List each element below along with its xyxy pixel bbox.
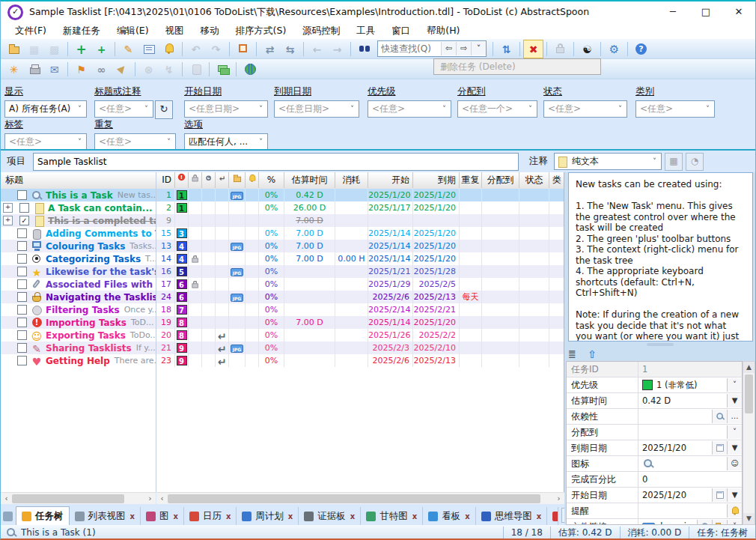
close-tab-icon[interactable]: x bbox=[412, 512, 417, 521]
tab-cut-off[interactable] bbox=[547, 507, 558, 525]
column-header-est[interactable]: 估算时间 bbox=[284, 172, 335, 188]
column-header-clock[interactable] bbox=[201, 172, 215, 188]
set-reminder-button[interactable] bbox=[159, 40, 179, 58]
filter-dropdown[interactable]: A) 所有任务(A)˅ bbox=[4, 100, 87, 118]
menu-item-9[interactable]: 帮助(H) bbox=[418, 22, 468, 39]
scroll-left-icon[interactable]: ‹ bbox=[156, 493, 168, 505]
comments-splitter[interactable] bbox=[647, 343, 674, 346]
flag-button[interactable]: ⚑ bbox=[71, 60, 91, 79]
cleanup-button[interactable] bbox=[112, 60, 132, 79]
close-tab-icon[interactable]: x bbox=[465, 512, 469, 521]
task-checkbox[interactable] bbox=[17, 292, 27, 302]
chevron-down-icon[interactable]: ˅ bbox=[614, 105, 627, 113]
table-row[interactable]: ♥Getting HelpThere are...239↵0%2025/2/62… bbox=[1, 354, 564, 367]
table-row[interactable]: Colouring TasksTasks...134JPG0%7.00 D202… bbox=[1, 240, 564, 252]
scrollbar-thumb[interactable] bbox=[745, 374, 753, 413]
table-row[interactable]: Adding Comments to T...1530%7.00 D2025/1… bbox=[1, 227, 564, 240]
edit-task-button[interactable]: ✎ bbox=[118, 40, 138, 58]
menu-item-1[interactable]: 新建任务 bbox=[55, 22, 109, 39]
chevron-down-icon[interactable]: ˅ bbox=[73, 105, 86, 113]
task-checkbox[interactable] bbox=[17, 228, 27, 238]
task-checkbox[interactable] bbox=[19, 203, 29, 213]
refresh-filter-button[interactable]: ↻ bbox=[155, 100, 173, 119]
quick-find-input[interactable] bbox=[378, 42, 441, 55]
move-task-right-button[interactable]: ⇄ bbox=[260, 40, 280, 58]
new-task-button[interactable]: + bbox=[71, 40, 91, 58]
task-checkbox[interactable] bbox=[17, 356, 27, 365]
move-task-left-button[interactable]: ⇆ bbox=[280, 40, 300, 58]
attribute-value[interactable] bbox=[638, 503, 742, 518]
scroll-up-icon[interactable]: ▲ bbox=[743, 362, 755, 373]
menu-item-3[interactable]: 视图 bbox=[157, 22, 192, 39]
filter-dropdown[interactable]: <任意日期>˅ bbox=[184, 100, 268, 118]
filter-dropdown[interactable]: <任意>˅ bbox=[543, 100, 627, 118]
chevron-down-icon[interactable]: ˅ bbox=[254, 138, 267, 146]
minimize-button[interactable]: ─ bbox=[656, 2, 689, 22]
new-subtask-button[interactable]: + bbox=[91, 40, 112, 58]
sort-button[interactable]: ⇅ bbox=[496, 40, 516, 58]
outline-view-icon[interactable]: ≣ bbox=[568, 348, 580, 360]
table-row[interactable]: ★Likewise for the task's ...165JPG0%2025… bbox=[1, 265, 564, 278]
tab-kanban[interactable]: 看板x bbox=[423, 507, 475, 525]
tab-chart[interactable]: 图x bbox=[141, 507, 184, 525]
attribute-value[interactable]: 1 bbox=[638, 362, 742, 377]
chevron-down-icon[interactable]: ˅ bbox=[524, 105, 537, 113]
reminder-icon[interactable] bbox=[727, 504, 742, 518]
task-checkbox[interactable] bbox=[17, 254, 27, 264]
columns-horizontal-scrollbar[interactable]: ‹ › bbox=[156, 492, 564, 505]
attribute-value[interactable]: JPGdoors.jr˅ bbox=[638, 519, 742, 525]
column-header-cat[interactable]: 类别 bbox=[549, 172, 564, 188]
column-header-status[interactable]: 状态 bbox=[519, 172, 549, 188]
maximize-button[interactable]: □ bbox=[689, 2, 722, 22]
calendar-picker-icon[interactable] bbox=[712, 441, 727, 455]
close-tab-icon[interactable]: x bbox=[173, 512, 177, 521]
task-checkbox[interactable] bbox=[17, 343, 27, 353]
chevron-down-icon[interactable]: ˅ bbox=[471, 42, 486, 55]
attribute-value[interactable]: … bbox=[638, 409, 742, 424]
column-header-start[interactable]: 开始 bbox=[368, 172, 412, 188]
tab-list-view[interactable]: 列表视图x bbox=[70, 507, 141, 525]
column-header-jpgc[interactable] bbox=[228, 172, 245, 188]
find-dependency-icon[interactable] bbox=[712, 410, 727, 423]
combo-dropdown-icon[interactable]: ˅ bbox=[727, 520, 742, 525]
table-row[interactable]: ✎Sharing TasklistsIf y...219↵JPG0%2025/2… bbox=[1, 342, 564, 354]
task-checkbox[interactable] bbox=[17, 305, 27, 315]
tab-evidence-board[interactable]: 证据板x bbox=[299, 507, 361, 525]
column-header-lock[interactable] bbox=[188, 172, 201, 188]
chevron-down-icon[interactable]: ˅ bbox=[254, 105, 267, 113]
web-update-button[interactable] bbox=[240, 60, 260, 79]
menu-item-2[interactable]: 编辑(E) bbox=[109, 22, 157, 39]
help-button[interactable]: ? bbox=[631, 40, 651, 58]
chevron-down-icon[interactable]: ˅ bbox=[438, 105, 451, 113]
icon-picker-icon[interactable]: ☺ bbox=[727, 457, 742, 470]
task-checkbox[interactable] bbox=[17, 267, 27, 276]
table-row[interactable]: Filtering TasksOnce y...1870%2025/2/1420… bbox=[1, 303, 564, 316]
chevron-down-icon[interactable]: ˅ bbox=[140, 105, 153, 113]
chevron-down-icon[interactable]: ˅ bbox=[701, 105, 714, 113]
tab-week-plan[interactable]: 周计划x bbox=[237, 507, 299, 525]
scroll-right-icon[interactable]: › bbox=[144, 493, 156, 505]
tab-mind-map[interactable]: 思维导图x bbox=[476, 507, 547, 525]
attribute-value[interactable]: 1 (非常低)˅ bbox=[638, 377, 742, 392]
tab-stack-icon[interactable] bbox=[3, 512, 13, 521]
column-header-due[interactable]: 到期 bbox=[412, 172, 459, 188]
open-folder-icon[interactable] bbox=[712, 520, 727, 525]
menu-item-8[interactable]: 窗口 bbox=[383, 22, 418, 39]
table-row[interactable]: Associated Files with T...1760%2025/1/29… bbox=[1, 278, 564, 291]
task-checkbox[interactable] bbox=[17, 318, 27, 327]
attribute-value[interactable]: ˅ bbox=[638, 425, 742, 440]
toggle-theme-button[interactable]: ☯ bbox=[577, 40, 597, 58]
attributes-scrollbar[interactable]: ▲ ▼ bbox=[743, 361, 755, 525]
close-tab-icon[interactable]: x bbox=[130, 512, 135, 521]
task-comments[interactable]: New tasks can be created using: 1. The '… bbox=[568, 172, 753, 342]
close-tab-icon[interactable]: x bbox=[226, 512, 231, 521]
chevron-down-icon[interactable]: ▼ bbox=[727, 488, 742, 502]
attribute-value[interactable]: 2025/1/20▼ bbox=[638, 488, 742, 503]
find-file-icon[interactable] bbox=[697, 520, 712, 525]
find-tasks-button[interactable] bbox=[354, 40, 374, 58]
close-button[interactable]: ✕ bbox=[722, 2, 755, 22]
filter-dropdown[interactable]: <任意>˅ bbox=[94, 133, 176, 151]
menu-item-7[interactable]: 工具 bbox=[348, 22, 383, 39]
email-button[interactable]: ✉ bbox=[44, 60, 64, 79]
chevron-down-icon[interactable]: ▼ bbox=[727, 441, 742, 455]
